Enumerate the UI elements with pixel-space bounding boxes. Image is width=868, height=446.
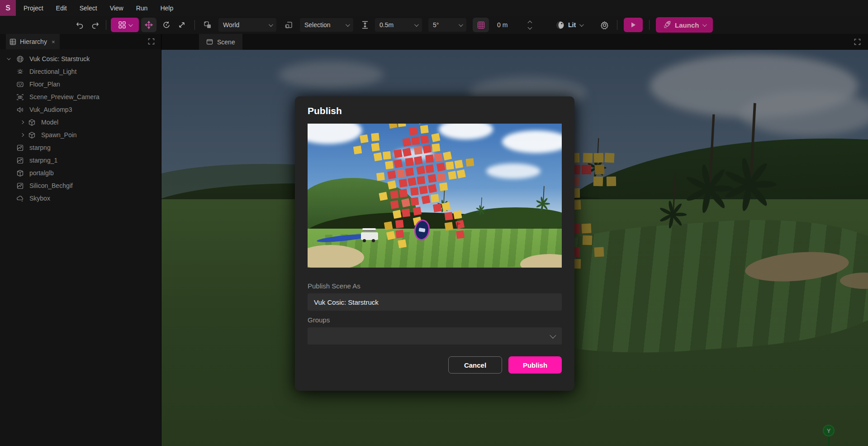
hierarchy-item-label: Scene_Preview_Camera	[29, 93, 100, 101]
groups-dropdown[interactable]	[308, 327, 562, 345]
star-cube	[444, 212, 453, 221]
star-cube	[413, 206, 422, 216]
hierarchy-item-label: Vuk_Audiomp3	[29, 106, 72, 113]
scene-name-input[interactable]	[308, 293, 562, 311]
hierarchy-item-vuk-cosic-starstruck[interactable]: Vuk Cosic: Starstruck	[0, 53, 161, 65]
star-cube	[439, 182, 448, 191]
star-cube	[446, 161, 454, 170]
star-cube	[390, 190, 399, 199]
star-cube	[414, 146, 422, 155]
menu-item-edit[interactable]: Edit	[52, 1, 71, 15]
hierarchy-tab-strip: Hierarchy ×	[0, 34, 161, 49]
hierarchy-item-label: Directional_Light	[29, 68, 76, 75]
app-logo[interactable]: S	[0, 0, 16, 16]
star-cube	[394, 159, 403, 168]
hierarchy-tab-label: Hierarchy	[20, 38, 47, 45]
redo-button[interactable]	[89, 19, 101, 31]
star-cube	[409, 126, 418, 135]
launch-button[interactable]: Launch	[656, 17, 713, 33]
star-cube	[402, 209, 410, 217]
hierarchy-item-label: starpng	[29, 144, 51, 151]
viewport-expand-icon[interactable]	[854, 38, 861, 45]
menu-item-help[interactable]: Help	[156, 1, 177, 15]
publish-button[interactable]: Publish	[508, 356, 562, 374]
pivot-mode-value: Selection	[304, 21, 331, 29]
undo-button[interactable]	[73, 19, 86, 31]
pivot-mode-dropdown[interactable]: Selection	[300, 18, 353, 32]
chevron-right-icon[interactable]	[16, 121, 28, 124]
hierarchy-item-portalglb[interactable]: portalglb	[0, 167, 161, 179]
star-cube	[434, 153, 443, 162]
chevron-right-icon[interactable]	[16, 134, 28, 136]
cancel-button[interactable]: Cancel	[448, 356, 502, 374]
hierarchy-item-starpng[interactable]: starpng	[0, 141, 161, 154]
star-cube	[422, 144, 432, 153]
hierarchy-item-vuk-audiomp3[interactable]: Vuk_Audiomp3	[0, 103, 161, 116]
render-mode-dropdown[interactable]: Lit	[551, 18, 587, 32]
grid-height-value: 0 m	[497, 21, 508, 29]
golf-cart	[361, 232, 378, 240]
move-snap-icon[interactable]	[359, 19, 371, 31]
star-cube	[433, 203, 441, 212]
image-icon	[16, 144, 24, 152]
hierarchy-item-silicon-bechgif[interactable]: Silicon_Bechgif	[0, 179, 161, 192]
menu-item-view[interactable]: View	[106, 1, 128, 15]
rocket-icon	[663, 21, 671, 29]
menu-item-run[interactable]: Run	[132, 1, 152, 15]
hierarchy-item-label: Floor_Plan	[29, 81, 60, 88]
hierarchy-item-starpng-1[interactable]: starpng_1	[0, 154, 161, 167]
hierarchy-item-model[interactable]: Model	[0, 116, 161, 129]
scene-name-label: Publish Scene As	[308, 282, 562, 290]
pivot-mode-icon[interactable]	[283, 19, 295, 31]
cloud	[486, 163, 541, 179]
hierarchy-tab-close-icon[interactable]: ×	[52, 38, 55, 45]
publish-dialog: Publish Publish Scene As Groups	[295, 96, 574, 391]
star-cube	[436, 163, 446, 172]
star-cube	[386, 231, 395, 240]
rotate-snap-dropdown[interactable]: 5°	[428, 18, 466, 32]
scale-tool-button[interactable]	[175, 19, 188, 31]
star-cube	[395, 230, 404, 238]
settings-gear-icon[interactable]	[598, 19, 611, 31]
star-cube	[431, 194, 439, 202]
move-snap-dropdown[interactable]: 0.5m	[375, 18, 422, 32]
stepper-arrows-icon[interactable]	[528, 21, 531, 29]
star-cube	[416, 166, 425, 175]
tab-scene[interactable]: Scene	[199, 34, 242, 50]
select-tool-button[interactable]	[111, 18, 139, 32]
hierarchy-item-floor-plan[interactable]: Floor_Plan	[0, 78, 161, 91]
scene-window-icon	[206, 39, 213, 45]
transform-space-icon[interactable]	[201, 19, 214, 31]
star-cube	[405, 168, 414, 176]
image-icon	[16, 157, 24, 164]
hierarchy-tab[interactable]: Hierarchy ×	[6, 34, 60, 49]
menu-item-select[interactable]: Select	[76, 1, 101, 15]
star-cube	[405, 158, 414, 166]
star-cube	[393, 210, 402, 219]
star-cube	[454, 160, 463, 169]
move-tool-button[interactable]	[141, 18, 157, 32]
play-button[interactable]	[624, 18, 643, 32]
hierarchy-item-spawn-poin[interactable]: Spawn_Poin	[0, 129, 161, 141]
hierarchy-item-scene-preview-camera[interactable]: Scene_Preview_Camera	[0, 91, 161, 103]
globe-icon	[16, 55, 24, 63]
star-cube	[395, 220, 404, 228]
transform-space-dropdown[interactable]: World	[218, 18, 276, 32]
launch-label: Launch	[675, 21, 699, 29]
hierarchy-item-skybox[interactable]: Skybox	[0, 192, 161, 205]
grid-snap-button[interactable]	[473, 18, 489, 32]
star-cube	[448, 171, 456, 179]
hierarchy-item-label: Vuk Cosic: Starstruck	[29, 55, 90, 62]
chevron-down-icon[interactable]	[2, 58, 14, 60]
menu-item-project[interactable]: Project	[19, 1, 47, 15]
star-cube	[432, 144, 440, 152]
grid-height-stepper[interactable]: 0 m	[493, 18, 536, 32]
cloud	[308, 124, 362, 144]
hierarchy-expand-icon[interactable]	[148, 38, 155, 45]
rotate-tool-button[interactable]	[160, 19, 173, 31]
model-cube-icon	[16, 169, 24, 177]
hierarchy-item-directional-light[interactable]: Directional_Light	[0, 65, 161, 78]
star-cube	[417, 124, 427, 124]
scene-tab-label: Scene	[217, 38, 235, 46]
star-cube	[353, 145, 362, 154]
